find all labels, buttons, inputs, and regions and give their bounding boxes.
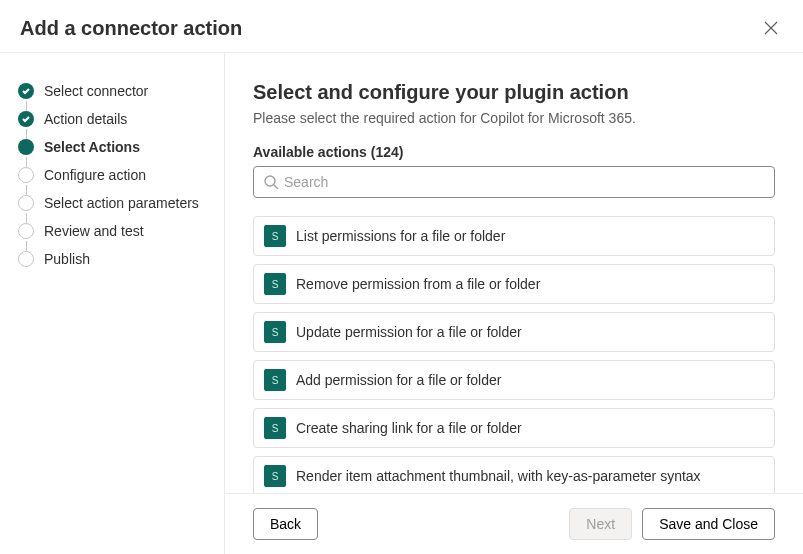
wizard-step[interactable]: Select Actions: [18, 133, 224, 161]
wizard-step[interactable]: Action details: [18, 105, 224, 133]
close-button[interactable]: [759, 16, 783, 40]
wizard-step-label: Select connector: [44, 83, 148, 99]
available-actions-label: Available actions (124): [253, 144, 775, 160]
save-and-close-button[interactable]: Save and Close: [642, 508, 775, 540]
action-label: List permissions for a file or folder: [296, 228, 505, 244]
svg-point-0: [265, 176, 275, 186]
available-actions-list: SList permissions for a file or folderSR…: [253, 216, 775, 493]
wizard-steps: Select connectorAction detailsSelect Act…: [0, 53, 225, 554]
wizard-step-label: Configure action: [44, 167, 146, 183]
sharepoint-icon: S: [264, 465, 286, 487]
sharepoint-icon: S: [264, 321, 286, 343]
page-subtitle: Please select the required action for Co…: [253, 110, 775, 126]
step-pending-icon: [18, 195, 34, 211]
step-complete-icon: [18, 83, 34, 99]
wizard-step[interactable]: Select action parameters: [18, 189, 224, 217]
wizard-step-label: Publish: [44, 251, 90, 267]
action-label: Update permission for a file or folder: [296, 324, 522, 340]
step-current-icon: [18, 139, 34, 155]
page-title: Select and configure your plugin action: [253, 81, 775, 104]
back-button[interactable]: Back: [253, 508, 318, 540]
dialog-title: Add a connector action: [20, 17, 242, 40]
wizard-step-label: Select action parameters: [44, 195, 199, 211]
action-label: Create sharing link for a file or folder: [296, 420, 522, 436]
sharepoint-icon: S: [264, 369, 286, 391]
dialog-footer: Back Next Save and Close: [225, 493, 803, 554]
action-item[interactable]: SList permissions for a file or folder: [253, 216, 775, 256]
action-item[interactable]: SCreate sharing link for a file or folde…: [253, 408, 775, 448]
sharepoint-icon: S: [264, 417, 286, 439]
wizard-step[interactable]: Select connector: [18, 77, 224, 105]
action-label: Remove permission from a file or folder: [296, 276, 540, 292]
action-item[interactable]: SRemove permission from a file or folder: [253, 264, 775, 304]
step-pending-icon: [18, 223, 34, 239]
wizard-step[interactable]: Publish: [18, 245, 224, 273]
step-complete-icon: [18, 111, 34, 127]
search-icon: [263, 174, 279, 190]
action-label: Render item attachment thumbnail, with k…: [296, 468, 701, 484]
action-label: Add permission for a file or folder: [296, 372, 501, 388]
action-item[interactable]: SUpdate permission for a file or folder: [253, 312, 775, 352]
sharepoint-icon: S: [264, 273, 286, 295]
wizard-step-label: Action details: [44, 111, 127, 127]
wizard-step[interactable]: Configure action: [18, 161, 224, 189]
step-pending-icon: [18, 167, 34, 183]
close-icon: [764, 21, 778, 35]
step-pending-icon: [18, 251, 34, 267]
wizard-step[interactable]: Review and test: [18, 217, 224, 245]
search-input[interactable]: [253, 166, 775, 198]
wizard-step-label: Select Actions: [44, 139, 140, 155]
wizard-step-label: Review and test: [44, 223, 144, 239]
action-item[interactable]: SAdd permission for a file or folder: [253, 360, 775, 400]
next-button[interactable]: Next: [569, 508, 632, 540]
sharepoint-icon: S: [264, 225, 286, 247]
action-item[interactable]: SRender item attachment thumbnail, with …: [253, 456, 775, 493]
